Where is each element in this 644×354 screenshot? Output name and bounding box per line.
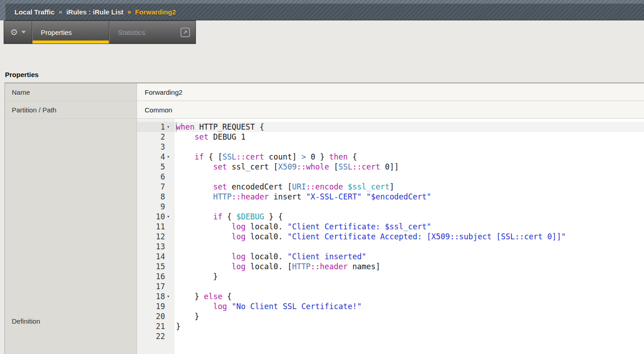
code-line: 15 log local0. [HTTP::header names] [137,262,644,272]
irule-code-editor[interactable]: 1▾when HTTP_REQUEST {2 set DEBUG 134▾ if… [137,119,644,354]
partition-path-value: Common [137,101,644,118]
fold-marker-empty [165,192,175,202]
line-gutter: 8 [137,192,175,202]
code-line: 10▾ if { $DEBUG } { [137,212,644,222]
code-line: 13 [137,242,644,252]
code-line: 1▾when HTTP_REQUEST { [137,122,644,132]
table-row-partition: Partition / Path Common [5,101,644,119]
code-line: 9 [137,202,644,212]
external-link-icon: ↗ [181,28,190,37]
line-gutter: 2 [137,132,175,142]
name-label: Name [5,83,137,101]
code-lines: 1▾when HTTP_REQUEST {2 set DEBUG 134▾ if… [137,122,644,341]
line-gutter: 15 [137,262,175,272]
code-line: 2 set DEBUG 1 [137,132,644,142]
table-row-name: Name Forwarding2 [5,83,644,101]
code-text: } else { [175,291,232,301]
line-number: 19 [137,301,165,311]
line-gutter: 7 [137,182,175,192]
code-line: 21} [137,321,644,331]
chevron-down-icon [21,31,26,34]
tab-properties[interactable]: Properties [32,20,109,44]
fold-marker-empty [165,272,175,281]
tab-statistics[interactable]: Statistics ↗ [109,20,196,44]
code-line: 16 } [137,272,644,281]
fold-marker-empty [165,162,175,172]
code-line: 4▾ if { [SSL::cert count] > 0 } then { [137,152,644,162]
code-text: log "No Client SSL Certificate!" [175,301,361,311]
code-line: 20 } [137,311,644,321]
fold-marker-empty [165,242,175,252]
line-gutter: 13 [137,242,175,252]
code-line: 5 set ssl_cert [X509::whole [SSL::cert 0… [137,162,644,172]
code-line: 7 set encodedCert [URI::encode $ssl_cert… [137,182,644,192]
code-line: 8 HTTP::header insert "X-SSL-CERT" "$enc… [137,192,644,202]
line-number: 3 [137,142,165,152]
line-gutter: 20 [137,311,175,321]
breadcrumb-irule-list[interactable]: iRules : iRule List [66,8,123,16]
line-number: 18 [137,291,165,301]
code-text: log local0. "Client Certificate Accepted… [175,232,566,242]
fold-marker-empty [165,252,175,262]
line-gutter: 12 [137,232,175,242]
code-text: if { [SSL::cert count] > 0 } then { [175,152,357,162]
line-gutter: 16 [137,272,175,281]
line-number: 7 [137,182,165,192]
breadcrumb-current-page: Forwarding2 [135,8,176,16]
partition-path-label: Partition / Path [5,101,137,118]
line-gutter: 11 [137,222,175,232]
breadcrumb: Local Traffic » iRules : iRule List » Fo… [5,4,644,20]
line-gutter: 22 [137,331,175,341]
fold-marker-empty [165,281,175,291]
line-number: 9 [137,202,165,212]
line-gutter: 5 [137,162,175,172]
code-line: 6 [137,172,644,182]
fold-marker-empty [165,262,175,272]
line-number: 4 [137,152,165,162]
fold-marker-empty [165,182,175,192]
fold-marker-icon[interactable]: ▾ [165,212,175,222]
line-gutter: 9 [137,202,175,212]
line-gutter: 10▾ [137,212,175,222]
fold-marker-empty [165,142,175,152]
code-text: log local0. "Client Certificate: $ssl_ce… [175,222,431,232]
code-line: 3 [137,142,644,152]
table-row-definition: Definition 1▾when HTTP_REQUEST {2 set DE… [5,119,644,354]
fold-marker-empty [165,311,175,321]
code-line: 19 log "No Client SSL Certificate!" [137,301,644,311]
fold-marker-empty [165,132,175,142]
gear-icon: ⚙ [10,28,18,37]
code-line: 22 [137,331,644,341]
line-gutter: 21 [137,321,175,331]
line-number: 10 [137,212,165,222]
code-text: HTTP::header insert "X-SSL-CERT" "$encod… [175,192,431,202]
tab-properties-label: Properties [41,29,72,36]
code-text: set ssl_cert [X509::whole [SSL::cert 0]] [175,162,399,172]
line-gutter: 18▾ [137,291,175,301]
code-text: } [175,311,199,321]
code-line: 18▾ } else { [137,291,644,301]
line-number: 21 [137,321,165,331]
line-gutter: 3 [137,142,175,152]
options-menu-button[interactable]: ⚙ [4,20,32,44]
fold-marker-empty [165,301,175,311]
code-text: set DEBUG 1 [175,132,246,142]
line-number: 12 [137,232,165,242]
code-text [175,331,176,341]
code-line: 11 log local0. "Client Certificate: $ssl… [137,222,644,232]
fold-marker-icon[interactable]: ▾ [165,291,175,301]
external-link-arrow: ↗ [183,29,187,35]
definition-label: Definition [5,119,137,354]
fold-marker-icon[interactable]: ▾ [165,152,175,162]
line-number: 13 [137,242,165,252]
breadcrumb-local-traffic[interactable]: Local Traffic [15,8,54,16]
tab-statistics-label: Statistics [118,29,145,36]
fold-marker-empty [165,172,175,182]
code-text: set encodedCert [URI::encode $ssl_cert] [175,182,394,192]
fold-marker-icon[interactable]: ▾ [165,122,175,132]
code-line: 12 log local0. "Client Certificate Accep… [137,232,644,242]
line-number: 17 [137,281,165,291]
line-number: 15 [137,262,165,272]
line-number: 22 [137,331,165,341]
code-text [175,281,176,291]
